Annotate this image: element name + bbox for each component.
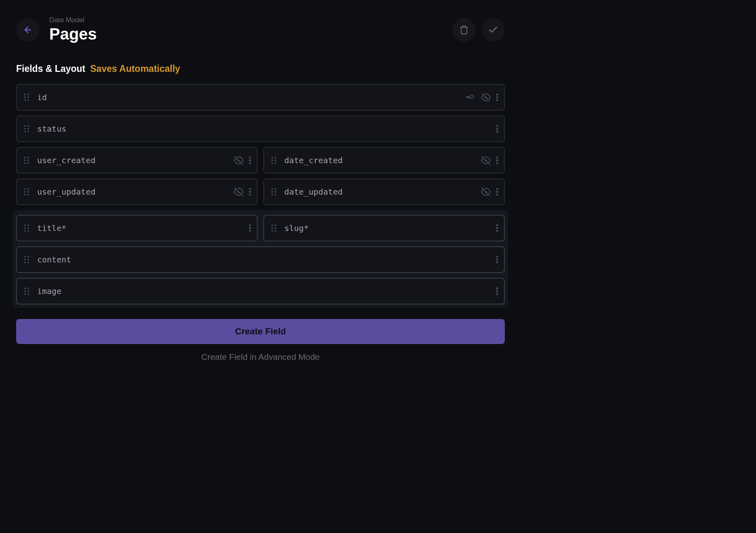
svg-point-19: [27, 157, 29, 158]
svg-point-58: [24, 230, 26, 232]
page-title: Pages: [49, 25, 452, 43]
svg-point-57: [27, 227, 29, 229]
drag-handle-icon[interactable]: [270, 224, 278, 232]
more-icon[interactable]: [496, 156, 498, 164]
visibility-off-icon[interactable]: [233, 187, 244, 197]
more-icon[interactable]: [249, 188, 251, 196]
more-icon[interactable]: [496, 256, 498, 264]
svg-point-61: [249, 227, 251, 229]
drag-handle-icon[interactable]: [23, 287, 31, 295]
field-name: id: [37, 92, 465, 102]
svg-point-7: [496, 97, 498, 99]
svg-point-18: [24, 157, 26, 158]
svg-point-82: [27, 287, 29, 289]
field-card-id[interactable]: id: [16, 84, 505, 111]
breadcrumb: Data Model: [49, 16, 452, 24]
svg-point-23: [27, 162, 29, 164]
svg-point-14: [27, 131, 29, 132]
drag-handle-icon[interactable]: [270, 188, 278, 196]
confirm-button[interactable]: [481, 18, 505, 42]
svg-point-13: [24, 131, 26, 132]
arrow-left-icon: [23, 25, 33, 35]
field-name: content: [37, 255, 496, 264]
trash-icon: [459, 25, 469, 35]
visibility-off-icon[interactable]: [481, 155, 491, 166]
svg-point-42: [249, 188, 251, 190]
drag-handle-icon[interactable]: [23, 125, 31, 133]
field-card-date-created[interactable]: date_created: [263, 147, 505, 174]
svg-point-26: [249, 162, 251, 164]
more-icon[interactable]: [496, 188, 498, 196]
field-card-slug[interactable]: slug*: [263, 215, 505, 241]
more-icon[interactable]: [496, 125, 498, 133]
field-name: date_created: [284, 155, 481, 165]
svg-point-1: [27, 94, 29, 95]
svg-point-45: [271, 188, 273, 190]
more-icon[interactable]: [496, 93, 498, 101]
more-icon[interactable]: [496, 287, 498, 295]
field-name: title*: [37, 223, 249, 233]
svg-point-34: [496, 159, 498, 162]
more-icon[interactable]: [496, 224, 498, 232]
svg-point-88: [496, 290, 498, 292]
svg-point-51: [496, 188, 498, 190]
field-card-content[interactable]: content: [16, 246, 505, 273]
svg-point-21: [27, 159, 29, 161]
visibility-off-icon[interactable]: [233, 155, 244, 166]
field-card-user-updated[interactable]: user_updated: [16, 178, 258, 205]
more-icon[interactable]: [249, 224, 251, 232]
field-card-user-created[interactable]: user_created: [16, 147, 258, 174]
key-icon: [465, 92, 476, 103]
svg-point-89: [496, 293, 498, 295]
field-card-status[interactable]: status: [16, 115, 505, 142]
visibility-off-icon[interactable]: [481, 187, 491, 197]
create-field-button[interactable]: Create Field: [16, 319, 505, 344]
svg-point-38: [24, 191, 26, 193]
svg-point-9: [24, 125, 26, 127]
svg-point-77: [27, 262, 29, 263]
svg-point-11: [24, 128, 26, 130]
visibility-off-icon[interactable]: [481, 92, 491, 103]
svg-point-64: [275, 225, 276, 226]
drag-handle-icon[interactable]: [23, 93, 31, 101]
svg-point-53: [496, 194, 498, 196]
svg-point-69: [496, 225, 498, 227]
svg-point-28: [275, 157, 276, 158]
field-name: image: [37, 286, 496, 296]
svg-point-86: [27, 293, 29, 295]
svg-point-15: [496, 125, 498, 127]
svg-point-83: [24, 290, 26, 292]
svg-point-44: [249, 194, 251, 196]
field-card-date-updated[interactable]: date_updated: [263, 178, 505, 205]
advanced-mode-link[interactable]: Create Field in Advanced Mode: [16, 352, 505, 362]
svg-point-36: [24, 188, 26, 190]
field-group-highlighted: title* slug*: [13, 210, 508, 308]
field-name: date_updated: [284, 187, 481, 197]
drag-handle-icon[interactable]: [23, 256, 31, 264]
svg-point-10: [27, 125, 29, 127]
svg-point-22: [24, 162, 26, 164]
field-card-image[interactable]: image: [16, 278, 505, 304]
svg-point-29: [271, 159, 273, 161]
svg-point-5: [27, 99, 29, 101]
drag-handle-icon[interactable]: [270, 156, 278, 164]
field-name: slug*: [284, 223, 496, 233]
svg-point-59: [27, 230, 29, 232]
svg-point-75: [27, 259, 29, 260]
delete-button[interactable]: [452, 18, 476, 42]
svg-point-17: [496, 131, 498, 133]
drag-handle-icon[interactable]: [23, 188, 31, 196]
field-name: user_created: [37, 155, 233, 165]
svg-point-62: [249, 230, 251, 232]
svg-point-49: [271, 194, 273, 195]
section-subtitle: Saves Automatically: [90, 63, 180, 74]
more-icon[interactable]: [249, 156, 251, 164]
svg-point-70: [496, 227, 498, 229]
svg-point-73: [27, 256, 29, 258]
svg-point-27: [271, 157, 273, 158]
field-card-title[interactable]: title*: [16, 215, 258, 241]
svg-point-72: [24, 256, 26, 258]
drag-handle-icon[interactable]: [23, 156, 31, 164]
drag-handle-icon[interactable]: [23, 224, 31, 232]
back-button[interactable]: [16, 18, 40, 42]
